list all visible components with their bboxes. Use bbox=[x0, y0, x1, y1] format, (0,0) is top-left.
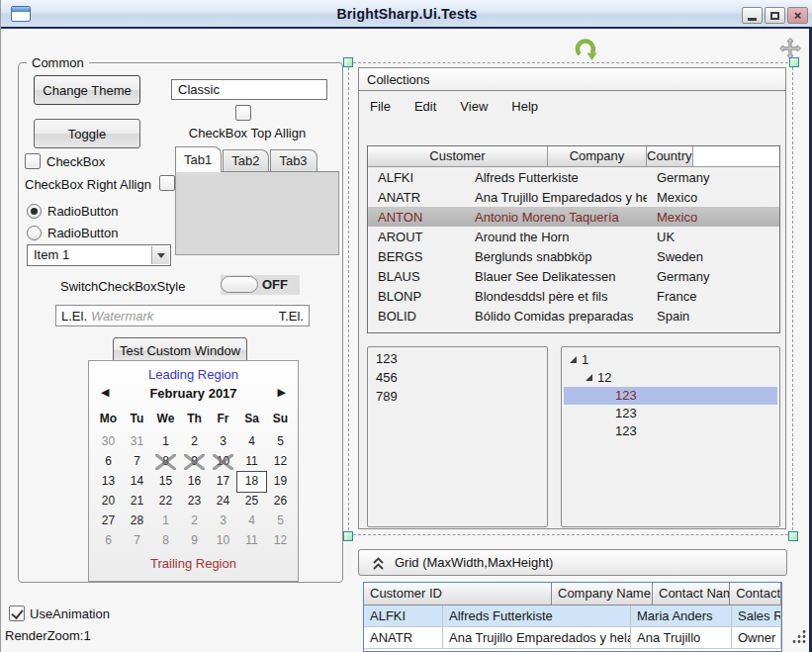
column-header[interactable]: Company Name bbox=[552, 583, 653, 605]
column-header[interactable]: Contact Name CN bbox=[653, 583, 730, 605]
calendar-day-cell[interactable]: 1 bbox=[151, 512, 180, 531]
calendar-day-cell[interactable]: 1 bbox=[151, 432, 180, 452]
table-row[interactable]: AROUT Around the Horn UK bbox=[368, 227, 779, 246]
selection-handle-topright[interactable] bbox=[789, 57, 799, 67]
calendar-next-icon[interactable]: ▶ bbox=[278, 386, 286, 399]
calendar-day-cell[interactable]: 2 bbox=[180, 512, 209, 531]
calendar-day-cell[interactable]: 8 bbox=[151, 452, 180, 472]
radio-button-1[interactable] bbox=[27, 204, 42, 219]
menu-item[interactable]: File bbox=[370, 99, 391, 114]
tab[interactable]: Tab1 bbox=[175, 146, 222, 172]
minimize-button[interactable] bbox=[742, 7, 763, 24]
calendar-day-cell[interactable]: 10 bbox=[209, 531, 237, 551]
tree-expander-icon[interactable] bbox=[570, 356, 577, 363]
table-row[interactable]: BERGS Berglunds snabbköp Sweden bbox=[368, 246, 779, 266]
calendar-day-cell[interactable]: 26 bbox=[266, 492, 295, 512]
tree-leaf[interactable]: 123 bbox=[564, 422, 777, 440]
grid-expander[interactable]: Grid (MaxWidth,MaxHeight) bbox=[358, 549, 787, 576]
chevron-down-icon[interactable] bbox=[151, 246, 169, 264]
table-row[interactable]: ANTON Antonio Moreno Taquería Mexico bbox=[368, 207, 779, 227]
calendar-day-cell[interactable]: 23 bbox=[180, 492, 209, 512]
calendar-day-cell[interactable]: 7 bbox=[123, 531, 151, 551]
radio-button-2[interactable] bbox=[27, 226, 42, 240]
table-row[interactable]: ANATR Ana Trujillo Emparedados y helados… bbox=[364, 627, 781, 649]
tab[interactable]: Tab2 bbox=[223, 149, 269, 172]
calendar-day-cell[interactable]: 11 bbox=[237, 452, 266, 472]
tree-leaf[interactable]: 123 bbox=[564, 387, 777, 405]
column-header[interactable]: Company bbox=[548, 146, 647, 166]
calendar-day-cell[interactable]: 5 bbox=[266, 432, 295, 452]
calendar-day-cell[interactable]: 25 bbox=[237, 492, 266, 512]
list-item[interactable]: 123 bbox=[368, 350, 547, 369]
calendar-day-cell[interactable]: 21 bbox=[123, 492, 151, 512]
rotate-adorner-icon[interactable] bbox=[573, 36, 598, 61]
list-item[interactable]: 456 bbox=[368, 369, 547, 388]
checkbox-top-align[interactable] bbox=[235, 105, 251, 121]
checkbox-plain[interactable] bbox=[25, 153, 41, 169]
calendar-day-cell[interactable]: 9 bbox=[180, 531, 209, 551]
calendar-day-cell[interactable]: 4 bbox=[237, 512, 266, 531]
calendar-day-cell[interactable]: 10 bbox=[209, 452, 237, 472]
calendar-day-cell[interactable]: 2 bbox=[180, 432, 209, 452]
menu-item[interactable]: View bbox=[460, 99, 488, 114]
calendar-day-cell[interactable]: 22 bbox=[151, 492, 180, 512]
tree-expander-icon[interactable] bbox=[586, 374, 592, 381]
calendar-day-cell[interactable]: 30 bbox=[94, 432, 123, 452]
table-row[interactable]: BLAUS Blauer See Delikatessen Germany bbox=[368, 266, 779, 286]
checkbox-right-align[interactable] bbox=[159, 175, 175, 191]
selection-handle-topleft[interactable] bbox=[343, 57, 353, 67]
menu-item[interactable]: Help bbox=[511, 99, 538, 114]
switch-toggle[interactable]: OFF bbox=[221, 275, 300, 295]
selection-handle-bottomright[interactable] bbox=[788, 531, 798, 541]
watermark-textbox[interactable]: L.El. Watermark T.El. bbox=[55, 305, 310, 326]
calendar-day-cell[interactable]: 20 bbox=[94, 492, 123, 512]
calendar-day-cell[interactable]: 12 bbox=[266, 531, 295, 551]
close-button[interactable]: × bbox=[787, 7, 808, 24]
resize-grip[interactable] bbox=[792, 629, 807, 644]
calendar-day-cell[interactable]: 9 bbox=[180, 452, 209, 472]
table-row[interactable]: ANATR Ana Trujillo Emparedados y hela Me… bbox=[368, 187, 779, 207]
calendar-day-cell[interactable]: 7 bbox=[123, 452, 151, 472]
calendar-day-cell[interactable]: 19 bbox=[266, 472, 295, 492]
calendar-day-cell[interactable]: 6 bbox=[94, 452, 123, 472]
calendar-month-title[interactable]: February 2017 bbox=[89, 386, 298, 401]
calendar-day-cell[interactable]: 6 bbox=[94, 531, 123, 551]
move-adorner-icon[interactable] bbox=[779, 38, 801, 59]
change-theme-button[interactable]: Change Theme bbox=[34, 75, 140, 105]
calendar-day-cell[interactable]: 31 bbox=[123, 432, 151, 452]
table-row[interactable]: ALFKI Alfreds Futterkiste Maria Anders S… bbox=[364, 605, 781, 627]
calendar-day-cell[interactable]: 8 bbox=[151, 531, 180, 551]
maximize-button[interactable] bbox=[765, 7, 785, 24]
table-row[interactable]: BOLID Bólido Comidas preparadas Spain bbox=[368, 306, 779, 326]
calendar-day-cell[interactable]: 16 bbox=[180, 472, 209, 492]
calendar-day-cell[interactable]: 4 bbox=[237, 432, 266, 452]
item-combobox[interactable]: Item 1 bbox=[27, 244, 171, 266]
tree-leaf[interactable]: 123 bbox=[564, 405, 777, 422]
table-row[interactable]: BLONP Blondesddsl père et fils France bbox=[368, 286, 779, 306]
theme-textbox[interactable]: Classic bbox=[171, 79, 327, 100]
calendar-day-cell[interactable]: 18 bbox=[237, 472, 266, 492]
tab[interactable]: Tab3 bbox=[270, 149, 316, 172]
calendar-day-cell[interactable]: 5 bbox=[266, 512, 295, 531]
collapse-up-icon[interactable] bbox=[372, 556, 385, 571]
column-header[interactable]: Customer ID bbox=[364, 583, 552, 605]
table-row[interactable]: ALFKI Alfreds Futterkiste Germany bbox=[368, 167, 779, 187]
list-item[interactable]: 789 bbox=[368, 388, 547, 407]
column-header[interactable]: Country bbox=[647, 146, 693, 166]
calendar-day-cell[interactable]: 13 bbox=[94, 472, 123, 492]
calendar-day-cell[interactable]: 14 bbox=[123, 472, 151, 492]
calendar-day-cell[interactable]: 28 bbox=[123, 512, 151, 531]
calendar-day-cell[interactable]: 24 bbox=[209, 492, 237, 512]
column-header[interactable]: Customer bbox=[368, 146, 548, 166]
toggle-button[interactable]: Toggle bbox=[34, 119, 140, 148]
selection-handle-bottomleft[interactable] bbox=[343, 531, 353, 541]
switch-thumb[interactable] bbox=[221, 276, 258, 293]
menu-item[interactable]: Edit bbox=[414, 99, 436, 114]
calendar-day-cell[interactable]: 12 bbox=[266, 452, 295, 472]
calendar-day-cell[interactable]: 3 bbox=[209, 432, 237, 452]
calendar-day-cell[interactable]: 17 bbox=[209, 472, 237, 492]
tree-node-root[interactable]: 1 bbox=[562, 351, 779, 369]
calendar-day-cell[interactable]: 3 bbox=[209, 512, 237, 531]
use-animation-checkbox[interactable] bbox=[9, 605, 25, 621]
calendar-day-cell[interactable]: 11 bbox=[237, 531, 266, 551]
